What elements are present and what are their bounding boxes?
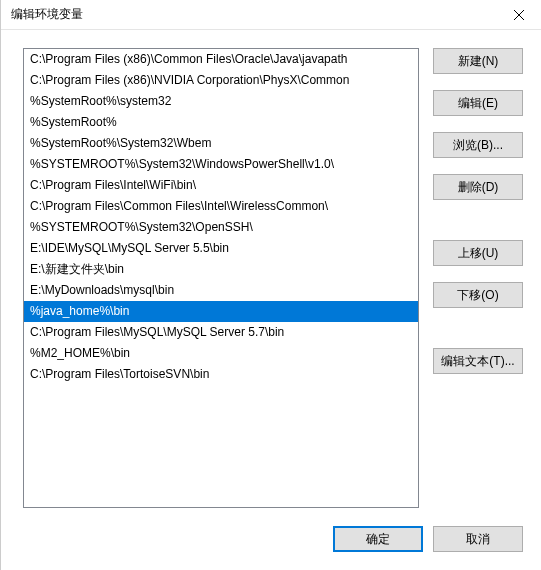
edit-text-button[interactable]: 编辑文本(T)... [433, 348, 523, 374]
move-down-button[interactable]: 下移(O) [433, 282, 523, 308]
list-item[interactable]: %SystemRoot% [24, 112, 418, 133]
edit-button[interactable]: 编辑(E) [433, 90, 523, 116]
list-item[interactable]: %SystemRoot%\system32 [24, 91, 418, 112]
list-item[interactable]: %SYSTEMROOT%\System32\OpenSSH\ [24, 217, 418, 238]
content-area: C:\Program Files (x86)\Common Files\Orac… [1, 30, 541, 508]
side-button-column: 新建(N) 编辑(E) 浏览(B)... 删除(D) 上移(U) 下移(O) 编… [433, 48, 523, 508]
list-item[interactable]: %M2_HOME%\bin [24, 343, 418, 364]
list-item[interactable]: %java_home%\bin [24, 301, 418, 322]
move-up-button[interactable]: 上移(U) [433, 240, 523, 266]
browse-button[interactable]: 浏览(B)... [433, 132, 523, 158]
list-item[interactable]: %SYSTEMROOT%\System32\WindowsPowerShell\… [24, 154, 418, 175]
cancel-button[interactable]: 取消 [433, 526, 523, 552]
close-button[interactable] [496, 0, 541, 30]
list-item[interactable]: C:\Program Files (x86)\Common Files\Orac… [24, 49, 418, 70]
list-item[interactable]: C:\Program Files\MySQL\MySQL Server 5.7\… [24, 322, 418, 343]
list-item[interactable]: E:\MyDownloads\mysql\bin [24, 280, 418, 301]
titlebar: 编辑环境变量 [1, 0, 541, 30]
edit-env-var-dialog: 编辑环境变量 C:\Program Files (x86)\Common Fil… [0, 0, 541, 570]
list-item[interactable]: E:\新建文件夹\bin [24, 259, 418, 280]
list-item[interactable]: C:\Program Files (x86)\NVIDIA Corporatio… [24, 70, 418, 91]
close-icon [514, 10, 524, 20]
list-item[interactable]: C:\Program Files\Intel\WiFi\bin\ [24, 175, 418, 196]
list-item[interactable]: C:\Program Files\TortoiseSVN\bin [24, 364, 418, 385]
delete-button[interactable]: 删除(D) [433, 174, 523, 200]
new-button[interactable]: 新建(N) [433, 48, 523, 74]
list-item[interactable]: C:\Program Files\Common Files\Intel\Wire… [24, 196, 418, 217]
list-item[interactable]: E:\IDE\MySQL\MySQL Server 5.5\bin [24, 238, 418, 259]
ok-button[interactable]: 确定 [333, 526, 423, 552]
list-item[interactable]: %SystemRoot%\System32\Wbem [24, 133, 418, 154]
dialog-title: 编辑环境变量 [11, 6, 496, 23]
footer: 确定 取消 [1, 508, 541, 570]
path-listbox[interactable]: C:\Program Files (x86)\Common Files\Orac… [23, 48, 419, 508]
